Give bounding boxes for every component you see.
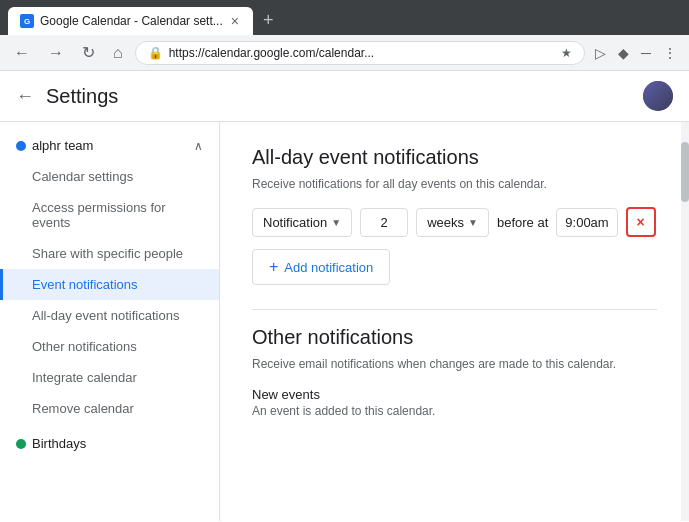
active-tab[interactable]: G Google Calendar - Calendar sett... × — [8, 7, 253, 35]
reload-button[interactable]: ↻ — [76, 39, 101, 66]
browser-chrome: G Google Calendar - Calendar sett... × +… — [0, 0, 689, 71]
other-notifications-title: Other notifications — [252, 326, 657, 349]
avatar-image — [643, 81, 673, 111]
scrollbar-thumb[interactable] — [681, 142, 689, 202]
all-day-desc: Receive notifications for all day events… — [252, 177, 657, 191]
tab-close-button[interactable]: × — [229, 13, 241, 29]
dropdown-arrow-icon: ▼ — [331, 217, 341, 228]
new-events-desc: An event is added to this calendar. — [252, 404, 657, 418]
new-events-label: New events — [252, 387, 657, 402]
notification-unit-dropdown[interactable]: weeks ▼ — [416, 208, 489, 237]
lock-icon: 🔒 — [148, 46, 163, 60]
sidebar-item-integrate-calendar[interactable]: Integrate calendar — [0, 362, 219, 393]
scrollbar-track — [681, 122, 689, 521]
sidebar-dot-green — [16, 439, 26, 449]
notification-unit-label: weeks — [427, 215, 464, 230]
back-button[interactable]: ← — [8, 40, 36, 66]
all-day-title: All-day event notifications — [252, 146, 657, 169]
other-notifications-section: Other notifications Receive email notifi… — [252, 326, 657, 418]
before-at-text: before at — [497, 215, 548, 230]
bookmark-icon: ★ — [561, 46, 572, 60]
remove-notification-button[interactable]: × — [626, 207, 656, 237]
notification-type-dropdown[interactable]: Notification ▼ — [252, 208, 352, 237]
unit-dropdown-arrow-icon: ▼ — [468, 217, 478, 228]
sidebar-item-share[interactable]: Share with specific people — [0, 238, 219, 269]
sidebar-birthdays-label: Birthdays — [32, 436, 203, 451]
notification-row: Notification ▼ weeks ▼ before at 9:00am … — [252, 207, 657, 237]
sidebar-item-other-notifications[interactable]: Other notifications — [0, 331, 219, 362]
tab-label: Google Calendar - Calendar sett... — [40, 14, 223, 28]
settings-back-button[interactable]: ← — [16, 86, 34, 107]
nav-bar: ← → ↻ ⌂ 🔒 https://calendar.google.com/ca… — [0, 35, 689, 71]
sidebar-dot-blue — [16, 141, 26, 151]
notification-number-input[interactable] — [360, 208, 408, 237]
sidebar-item-access-permissions[interactable]: Access permissions for events — [0, 192, 219, 238]
sidebar-group-label: alphr team — [32, 138, 188, 153]
sidebar-item-all-day-notifications[interactable]: All-day event notifications — [0, 300, 219, 331]
cast-icon[interactable]: ▷ — [591, 41, 610, 65]
settings-page: ← Settings ⁢⁢⁢ alphr team ∧ Calendar set… — [0, 71, 689, 521]
sidebar-item-calendar-settings[interactable]: Calendar settings — [0, 161, 219, 192]
tab-favicon: G — [20, 14, 34, 28]
add-notification-button[interactable]: + Add notification — [252, 249, 390, 285]
sidebar-item-event-notifications[interactable]: Event notifications — [0, 269, 219, 300]
add-icon: + — [269, 258, 278, 276]
add-notification-label: Add notification — [284, 260, 373, 275]
sidebar: alphr team ∧ Calendar settings Access pe… — [0, 122, 220, 521]
forward-button[interactable]: → — [42, 40, 70, 66]
sidebar-item-remove-calendar[interactable]: Remove calendar — [0, 393, 219, 424]
settings-header: ← Settings ⁢⁢⁢ — [0, 71, 689, 122]
sidebar-section-alphr: alphr team ∧ Calendar settings Access pe… — [0, 130, 219, 424]
extensions-icon[interactable]: ◆ — [614, 41, 633, 65]
notification-time-display[interactable]: 9:00am — [556, 208, 617, 237]
main-content: All-day event notifications Receive noti… — [220, 122, 689, 521]
avatar[interactable] — [643, 81, 673, 111]
sidebar-group-birthdays[interactable]: Birthdays — [0, 428, 219, 459]
sidebar-group-alphr[interactable]: alphr team ∧ — [0, 130, 219, 161]
new-tab-button[interactable]: + — [255, 6, 282, 35]
other-notifications-desc: Receive email notifications when changes… — [252, 357, 657, 371]
home-button[interactable]: ⌂ — [107, 40, 129, 66]
profile-icon[interactable]: ─ — [637, 41, 655, 65]
menu-icon[interactable]: ⋮ — [659, 41, 681, 65]
section-divider — [252, 309, 657, 310]
notification-type-label: Notification — [263, 215, 327, 230]
settings-icons: ⁢⁢⁢ — [635, 81, 673, 111]
url-text: https://calendar.google.com/calendar... — [169, 46, 555, 60]
settings-body: alphr team ∧ Calendar settings Access pe… — [0, 122, 689, 521]
nav-icons: ▷ ◆ ─ ⋮ — [591, 41, 681, 65]
sidebar-chevron-icon: ∧ — [194, 139, 203, 153]
settings-title: Settings — [46, 85, 635, 108]
tab-bar: G Google Calendar - Calendar sett... × + — [0, 0, 689, 35]
address-bar[interactable]: 🔒 https://calendar.google.com/calendar..… — [135, 41, 585, 65]
